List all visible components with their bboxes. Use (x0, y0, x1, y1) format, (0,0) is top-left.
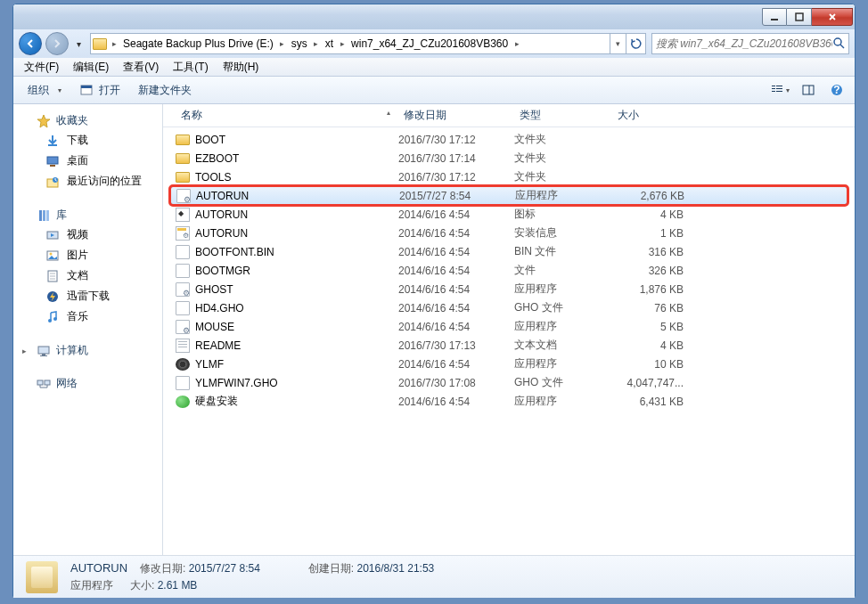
breadcrumb-item[interactable]: Seagate Backup Plus Drive (E:) (119, 34, 277, 53)
file-row[interactable]: GHOST2014/6/16 4:54应用程序1,876 KB (163, 280, 855, 298)
forward-button[interactable] (45, 32, 69, 55)
sidebar-item[interactable]: 下载 (13, 130, 162, 151)
file-row[interactable]: YLMFWIN7.GHO2016/7/30 17:08GHO 文件4,047,7… (163, 373, 855, 392)
file-row[interactable]: TOOLS2016/7/30 17:12文件夹 (163, 167, 855, 186)
details-size-label: 大小: (130, 579, 154, 592)
svg-rect-18 (47, 157, 58, 164)
view-mode-button[interactable]: ▾ (769, 79, 790, 101)
search-icon[interactable] (832, 37, 845, 52)
exe-icon (176, 282, 190, 297)
exe-icon (176, 189, 191, 203)
sidebar-computer-label: 计算机 (56, 343, 88, 358)
address-dropdown[interactable]: ▾ (610, 34, 626, 53)
sidebar-favorites-head[interactable]: 收藏夹 (13, 111, 162, 130)
menu-edit[interactable]: 编辑(E) (66, 58, 116, 77)
crumb-sep-icon[interactable]: ▸ (277, 39, 288, 48)
file-row[interactable]: AUTORUN2014/6/16 4:54安装信息1 KB (163, 224, 855, 242)
col-name[interactable]: 名称▴ (176, 104, 398, 127)
close-button[interactable] (812, 8, 853, 26)
col-type[interactable]: 类型 (514, 104, 612, 127)
toolbar: 组织 打开 新建文件夹 ▾ ? (13, 77, 855, 104)
file-row[interactable]: AUTORUN2014/6/16 4:54图标4 KB (163, 205, 855, 224)
sidebar-item[interactable]: 迅雷下载 (13, 286, 162, 306)
minimize-button[interactable] (762, 8, 787, 26)
svg-rect-6 (772, 86, 775, 86)
nav-history-dropdown[interactable]: ▾ (72, 39, 85, 49)
col-size[interactable]: 大小 (612, 104, 684, 127)
menu-file[interactable]: 文件(F) (17, 58, 66, 77)
file-row[interactable]: EZBOOT2016/7/30 17:14文件夹 (163, 149, 855, 167)
crumb-sep-icon[interactable]: ▸ (109, 39, 119, 48)
gho-icon (176, 376, 190, 390)
svg-rect-23 (43, 210, 45, 221)
sidebar-item[interactable]: 图片 (13, 245, 162, 265)
svg-line-3 (840, 45, 844, 48)
sidebar-item[interactable]: 文档 (13, 265, 162, 286)
sidebar-item[interactable]: 视频 (13, 224, 162, 245)
sidebar-item[interactable]: 桌面 (13, 151, 162, 171)
sidebar-libraries-head[interactable]: 库 (13, 206, 162, 224)
nav-row: ▾ ▸ Seagate Backup Plus Drive (E:)▸sys▸x… (13, 29, 855, 58)
refresh-button[interactable] (626, 34, 645, 53)
sort-asc-icon: ▴ (387, 109, 390, 117)
crumb-sep-icon[interactable]: ▸ (512, 39, 522, 48)
svg-rect-19 (50, 165, 55, 167)
help-button[interactable]: ? (826, 79, 848, 101)
menu-tools[interactable]: 工具(T) (166, 58, 215, 77)
folder-icon (176, 135, 190, 145)
details-type: 应用程序 (70, 578, 118, 593)
svg-rect-24 (46, 210, 49, 221)
libraries-icon (37, 208, 51, 223)
file-row[interactable]: HD4.GHO2014/6/16 4:54GHO 文件76 KB (163, 298, 855, 317)
file-row[interactable]: README2016/7/30 17:13文本文档4 KB (163, 336, 855, 355)
file-row[interactable]: 硬盘安装2014/6/16 4:54应用程序6,431 KB (163, 392, 855, 411)
menu-view[interactable]: 查看(V) (116, 58, 166, 77)
newfolder-button[interactable]: 新建文件夹 (131, 79, 199, 102)
titlebar[interactable] (13, 4, 855, 29)
sidebar: 收藏夹 下载桌面最近访问的位置 库 视频图片文档迅雷下载音乐 ▸ 计算机 (13, 104, 163, 555)
svg-rect-9 (776, 86, 782, 86)
sidebar-network-label: 网络 (56, 376, 78, 391)
maximize-button[interactable] (787, 8, 812, 26)
organize-button[interactable]: 组织 (20, 79, 69, 102)
details-pane: AUTORUN 修改日期: 2015/7/27 8:54 创建日期: 2016/… (13, 555, 855, 598)
search-input[interactable] (656, 37, 832, 50)
details-mod-label: 修改日期: (140, 562, 185, 575)
readme-icon (176, 339, 190, 353)
preview-pane-button[interactable] (798, 79, 819, 101)
sidebar-item[interactable]: 音乐 (13, 306, 162, 327)
file-list[interactable]: BOOT2016/7/30 17:12文件夹EZBOOT2016/7/30 17… (163, 127, 855, 555)
search-box[interactable] (651, 33, 849, 54)
sidebar-libraries-label: 库 (56, 208, 67, 223)
sidebar-computer: ▸ 计算机 (13, 341, 162, 360)
file-row[interactable]: MOUSE2014/6/16 4:54应用程序5 KB (163, 317, 855, 336)
file-row[interactable]: BOOT2016/7/30 17:12文件夹 (163, 130, 855, 149)
details-mod: 2015/7/27 8:54 (189, 562, 260, 575)
open-button[interactable]: 打开 (72, 79, 127, 102)
address-bar[interactable]: ▸ Seagate Backup Plus Drive (E:)▸sys▸xt▸… (90, 33, 646, 54)
breadcrumb-item[interactable]: win7_x64_ZJ_CZu201608VB360 (348, 34, 512, 53)
file-area: 名称▴ 修改日期 类型 大小 BOOT2016/7/30 17:12文件夹EZB… (163, 104, 855, 555)
gho-icon (176, 301, 190, 315)
breadcrumb-item[interactable]: xt (322, 34, 337, 53)
breadcrumb-item[interactable]: sys (288, 34, 311, 53)
file-row[interactable]: BOOTMGR2014/6/16 4:54文件326 KB (163, 261, 855, 280)
back-button[interactable] (19, 32, 42, 55)
crumb-sep-icon[interactable]: ▸ (311, 39, 322, 48)
drive-icon (91, 35, 109, 53)
column-headers: 名称▴ 修改日期 类型 大小 (163, 104, 855, 127)
ylmf-icon (176, 358, 190, 371)
svg-point-28 (50, 252, 53, 255)
col-date[interactable]: 修改日期 (398, 104, 514, 127)
menu-help[interactable]: 帮助(H) (216, 58, 266, 77)
sidebar-network-head[interactable]: 网络 (13, 374, 162, 393)
green-icon (176, 396, 190, 408)
crumb-sep-icon[interactable]: ▸ (337, 39, 348, 48)
file-row[interactable]: BOOTFONT.BIN2014/6/16 4:54BIN 文件316 KB (163, 242, 855, 261)
file-row[interactable]: YLMF2014/6/16 4:54应用程序10 KB (163, 355, 855, 373)
svg-rect-8 (772, 91, 775, 92)
file-row[interactable]: AUTORUN2015/7/27 8:54应用程序2,676 KB (170, 186, 848, 205)
sidebar-computer-head[interactable]: ▸ 计算机 (13, 341, 162, 360)
sidebar-item[interactable]: 最近访问的位置 (13, 171, 162, 192)
exe-icon (176, 320, 190, 334)
